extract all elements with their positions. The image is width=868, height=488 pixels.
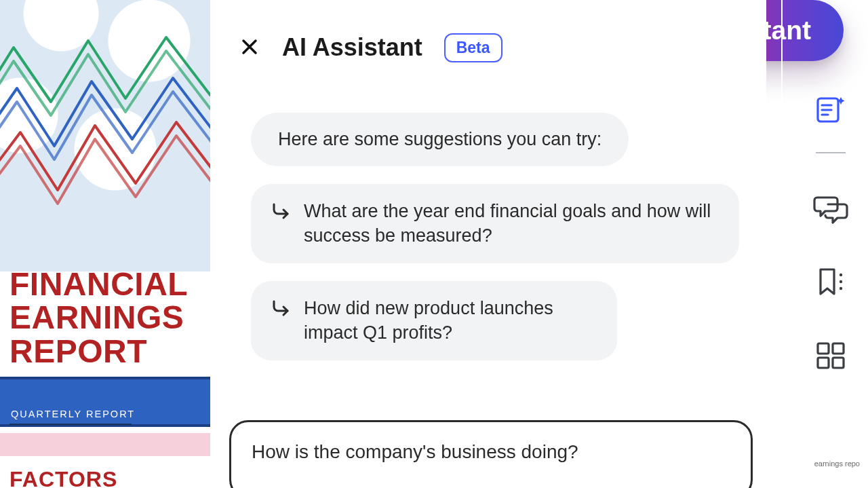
enter-arrow-icon — [271, 202, 292, 227]
doc-title: FINANCIAL EARNINGS REPORT — [9, 267, 188, 368]
enter-arrow-icon — [271, 299, 292, 324]
svg-rect-5 — [833, 343, 844, 354]
rail-divider — [816, 152, 846, 153]
query-input[interactable] — [252, 441, 730, 463]
svg-rect-4 — [818, 343, 829, 354]
comments-tool-button[interactable] — [811, 193, 850, 227]
bookmarks-tool-button[interactable] — [811, 266, 850, 300]
doc-title-line2: EARNINGS — [9, 299, 184, 335]
thumbnails-tool-button[interactable] — [811, 339, 850, 373]
right-tool-rail — [793, 75, 868, 455]
close-icon — [241, 35, 258, 61]
close-panel-button[interactable] — [235, 33, 264, 62]
suggestion-item[interactable]: What are the year end financial goals an… — [251, 184, 739, 263]
svg-rect-7 — [833, 358, 844, 368]
suggestion-text: How did new product launches impact Q1 p… — [304, 296, 597, 345]
suggestion-text: What are the year end financial goals an… — [304, 199, 719, 248]
beta-badge: Beta — [444, 33, 502, 62]
assistant-messages: Here are some suggestions you can try: W… — [210, 73, 766, 360]
doc-title-line3: REPORT — [9, 333, 147, 369]
svg-point-2 — [840, 280, 842, 282]
suggestion-item[interactable]: How did new product launches impact Q1 p… — [251, 281, 617, 360]
svg-rect-6 — [818, 358, 829, 368]
pink-band — [0, 433, 210, 456]
ai-assistant-panel: AI Assistant Beta Here are some suggesti… — [210, 0, 766, 488]
query-input-container[interactable] — [229, 420, 753, 488]
comments-icon — [813, 193, 848, 227]
panel-title: AI Assistant — [282, 33, 422, 62]
svg-point-1 — [840, 273, 842, 276]
assistant-intro-message: Here are some suggestions you can try: — [251, 113, 629, 166]
doc-section-title: FACTORS DRIVING — [9, 467, 210, 488]
quarterly-underline — [9, 424, 132, 425]
summary-sparkle-icon — [814, 94, 848, 128]
panel-header: AI Assistant Beta — [210, 0, 766, 73]
document-preview: FINANCIAL EARNINGS REPORT QUARTERLY REPO… — [0, 0, 210, 488]
doc-title-line1: FINANCIAL — [9, 266, 188, 302]
background-doc-snippet: earnings repo — [814, 459, 860, 468]
grid-icon — [815, 341, 846, 373]
svg-point-3 — [840, 286, 842, 289]
ai-summary-tool-button[interactable] — [811, 94, 850, 128]
line-chart-decoration — [0, 0, 210, 231]
quarterly-report-label: QUARTERLY REPORT — [11, 409, 135, 419]
bookmark-list-icon — [814, 267, 848, 300]
